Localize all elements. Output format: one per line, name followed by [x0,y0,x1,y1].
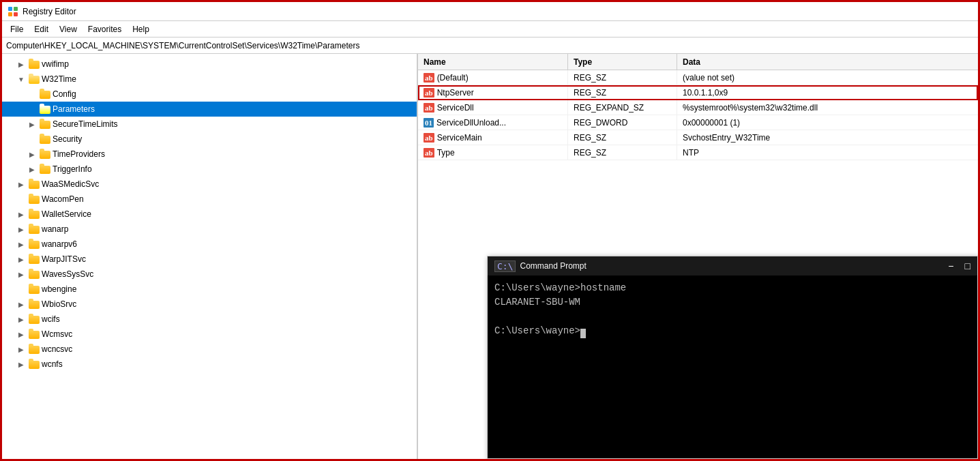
tree-item-w32time[interactable]: ▼ W32Time [2,72,417,87]
registry-editor-icon [8,6,18,17]
tree-item-wbiosrvc[interactable]: ▶ WbioSrvc [2,297,417,312]
value-name-servicedll: ab ServiceDll [418,100,568,115]
cmd-restore-button[interactable]: □ [965,261,970,271]
folder-icon-wcncsvc [29,344,40,354]
tree-label-securetimelimits: SecureTimeLimits [53,117,118,132]
value-row-type[interactable]: ab Type REG_SZ NTP [418,145,978,160]
tree-label-walletservice: WalletService [42,207,91,222]
menu-help[interactable]: Help [127,23,155,35]
value-data-servicedll: %systemroot%\system32\w32time.dll [677,100,978,115]
reg-icon-default: ab [424,73,434,83]
tree-item-wacompen[interactable]: WacomPen [2,192,417,207]
folder-icon-wanarpv6 [29,239,40,249]
col-name-header: Name [418,54,568,70]
tree-label-wanarpv6: wanarpv6 [42,237,77,252]
tree-item-wcifs[interactable]: ▶ wcifs [2,312,417,327]
tree-label-warpjitsvc: WarpJITSvc [42,252,86,267]
expand-w32time[interactable]: ▼ [16,74,27,85]
menu-edit[interactable]: Edit [29,23,54,35]
cmd-title-bar: C:\ Command Prompt − □ [488,256,977,276]
tree-label-wcnfs: wcnfs [42,357,63,372]
value-row-servicemain[interactable]: ab ServiceMain REG_SZ SvchostEntry_W32Ti… [418,130,978,145]
tree-item-waasmedicsvc[interactable]: ▶ WaaSMedicSvc [2,177,417,192]
value-type-type: REG_SZ [568,145,677,160]
values-pane[interactable]: Name Type Data ab (Default) REG_SZ (valu… [418,54,978,459]
cmd-icon: C:\ [494,261,516,272]
folder-icon-wcnfs [29,359,40,369]
value-name-type: ab Type [418,145,568,160]
expand-wbiosrvc[interactable]: ▶ [16,299,27,310]
col-type-header: Type [568,54,677,70]
tree-label-wanarp: wanarp [42,222,68,237]
tree-item-wbengine[interactable]: wbengine [2,282,417,297]
expand-wcncsvc[interactable]: ▶ [16,344,27,355]
value-type-default: REG_SZ [568,70,677,85]
menu-favorites[interactable]: Favorites [83,23,127,35]
tree-label-security: Security [53,132,82,147]
value-row-servicedll[interactable]: ab ServiceDll REG_EXPAND_SZ %systemroot%… [418,100,978,115]
cmd-line-3 [494,310,970,324]
folder-icon-security [40,134,50,144]
tree-item-wanarp[interactable]: ▶ wanarp [2,222,417,237]
tree-item-parameters[interactable]: ▶ Parameters [2,102,417,117]
title-bar: Registry Editor [2,2,978,21]
folder-icon-config [40,89,50,99]
folder-icon-vwifimp [29,59,40,69]
cmd-line-2: CLARANET-SBU-WM [494,295,970,310]
folder-icon-w32time [29,74,40,84]
registry-editor-window: Registry Editor File Edit View Favorites… [0,0,980,461]
value-data-servicedllunload: 0x00000001 (1) [677,115,978,130]
tree-item-timeproviders[interactable]: ▶ TimeProviders [2,147,417,162]
expand-wcifs[interactable]: ▶ [16,314,27,325]
tree-label-wcncsvc: wcncsvc [42,342,72,357]
tree-item-wcnfs[interactable]: ▶ wcnfs [2,357,417,372]
tree-pane[interactable]: ▶ vwifimp ▼ W32Time ▶ Config ▶ Parameter… [2,54,418,459]
reg-icon-servicemain: ab [424,133,434,143]
tree-item-securetimelimits[interactable]: ▶ SecureTimeLimits [2,117,417,132]
reg-icon-type: ab [424,148,434,158]
folder-icon-parameters [40,104,50,114]
expand-waasmedicsvc[interactable]: ▶ [16,179,27,190]
expand-wavesyssvc[interactable]: ▶ [16,269,27,280]
menu-bar: File Edit View Favorites Help [2,21,978,38]
tree-label-config: Config [53,87,76,102]
menu-view[interactable]: View [54,23,83,35]
expand-vwifimp[interactable]: ▶ [16,59,27,70]
tree-label-w32time: W32Time [42,72,76,87]
expand-triggerinfo[interactable]: ▶ [27,164,38,175]
cmd-window: C:\ Command Prompt − □ C:\Users\wayne>ho… [487,256,978,459]
expand-warpjitsvc[interactable]: ▶ [16,254,27,265]
tree-item-walletservice[interactable]: ▶ WalletService [2,207,417,222]
expand-wanarp[interactable]: ▶ [16,224,27,235]
cmd-minimize-button[interactable]: − [948,261,953,271]
cmd-title-text: Command Prompt [520,261,586,271]
tree-item-config[interactable]: ▶ Config [2,87,417,102]
value-data-default: (value not set) [677,70,978,85]
expand-wcnfs[interactable]: ▶ [16,359,27,370]
tree-item-vwifimp[interactable]: ▶ vwifimp [2,57,417,72]
tree-item-wanarpv6[interactable]: ▶ wanarpv6 [2,237,417,252]
tree-label-parameters: Parameters [53,102,95,117]
tree-item-wavesyssvc[interactable]: ▶ WavesSysSvc [2,267,417,282]
value-name-default: ab (Default) [418,70,568,85]
tree-item-warpjitsvc[interactable]: ▶ WarpJITSvc [2,252,417,267]
main-content: ▶ vwifimp ▼ W32Time ▶ Config ▶ Parameter… [2,54,978,459]
reg-icon-ntpserver: ab [424,88,434,98]
tree-item-security[interactable]: ▶ Security [2,132,417,147]
tree-item-wcmsvc[interactable]: ▶ Wcmsvc [2,327,417,342]
expand-wcmsvc[interactable]: ▶ [16,329,27,340]
value-row-ntpserver[interactable]: ab NtpServer REG_SZ 10.0.1.1,0x9 [418,85,978,100]
expand-securetimelimits[interactable]: ▶ [27,119,38,130]
cmd-title-controls: − □ [948,261,970,271]
folder-icon-waasmedicsvc [29,179,40,189]
expand-timeproviders[interactable]: ▶ [27,149,38,160]
svg-rect-1 [14,7,18,11]
expand-walletservice[interactable]: ▶ [16,209,27,220]
tree-item-triggerinfo[interactable]: ▶ TriggerInfo [2,162,417,177]
value-row-default[interactable]: ab (Default) REG_SZ (value not set) [418,70,978,85]
svg-rect-2 [8,12,12,16]
menu-file[interactable]: File [5,23,29,35]
expand-wanarpv6[interactable]: ▶ [16,239,27,250]
value-row-servicedllunload[interactable]: 01 ServiceDllUnload... REG_DWORD 0x00000… [418,115,978,130]
tree-item-wcncsvc[interactable]: ▶ wcncsvc [2,342,417,357]
